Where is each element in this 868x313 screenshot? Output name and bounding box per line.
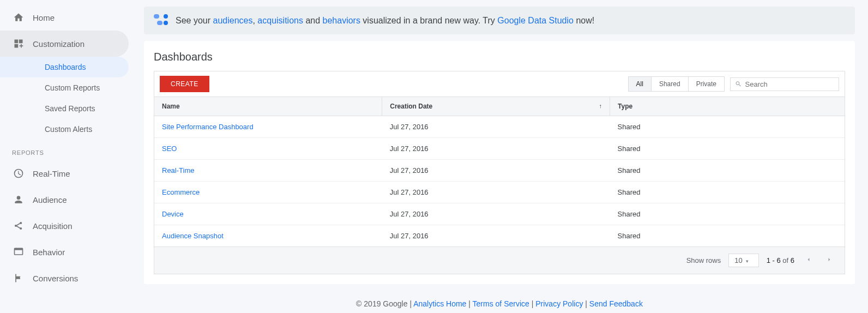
sidebar: Home Customization Dashboards Custom Rep… [0, 0, 131, 313]
behavior-icon [12, 245, 25, 258]
dashboards-table: Name Creation Date↑ Type Site Performanc… [154, 97, 845, 246]
person-icon [12, 193, 25, 206]
search-box[interactable] [730, 77, 839, 91]
svg-rect-8 [154, 14, 159, 19]
cell-date: Jul 27, 2016 [382, 160, 610, 182]
nav-acquisition[interactable]: Acquisition [0, 213, 131, 239]
nav-customization[interactable]: Customization [0, 31, 129, 57]
filter-shared[interactable]: Shared [652, 77, 689, 91]
nav-home[interactable]: Home [0, 4, 131, 31]
subnav-dashboards[interactable]: Dashboards [0, 57, 129, 77]
main-content: See your audiences, acquisitions and beh… [131, 0, 868, 313]
rows-per-page-select[interactable]: 10 [728, 254, 758, 267]
reports-header: REPORTS [0, 140, 131, 160]
pager: Show rows 10 1 - 6 of 6 [154, 246, 845, 274]
gds-link[interactable]: Google Data Studio [497, 16, 574, 25]
cell-date: Jul 27, 2016 [382, 203, 610, 225]
cell-type: Shared [610, 182, 845, 203]
nav-label: Conversions [33, 274, 78, 283]
acquisitions-link[interactable]: acquisitions [257, 16, 303, 25]
col-name[interactable]: Name [154, 97, 382, 116]
filter-group: All Shared Private [628, 76, 725, 92]
behaviors-link[interactable]: behaviors [323, 16, 360, 25]
nav-behavior[interactable]: Behavior [0, 239, 131, 265]
dashboard-link[interactable]: Site Performance Dashboard [162, 123, 254, 131]
svg-rect-2 [15, 44, 19, 48]
search-input[interactable] [745, 80, 834, 88]
dashboard-link[interactable]: Audience Snapshot [162, 232, 224, 240]
page-title: Dashboards [154, 51, 845, 63]
dashboard-link[interactable]: Device [162, 210, 184, 218]
table-row: Real-TimeJul 27, 2016Shared [154, 160, 845, 182]
cell-type: Shared [610, 203, 845, 225]
share-icon [12, 219, 25, 232]
cell-date: Jul 27, 2016 [382, 182, 610, 203]
feedback-link[interactable]: Send Feedback [589, 299, 643, 308]
data-studio-icon [154, 14, 168, 27]
pager-range: 1 - 6 of 6 [767, 256, 794, 264]
privacy-link[interactable]: Privacy Policy [535, 299, 583, 308]
table-row: SEOJul 27, 2016Shared [154, 138, 845, 160]
table-row: DeviceJul 27, 2016Shared [154, 203, 845, 225]
dashboards-table-wrap: CREATE All Shared Private N [154, 71, 845, 274]
nav-label: Customization [33, 39, 85, 49]
svg-rect-10 [157, 21, 162, 25]
subnav-custom-alerts[interactable]: Custom Alerts [0, 119, 131, 140]
table-row: Audience SnapshotJul 27, 2016Shared [154, 225, 845, 247]
nav-conversions[interactable]: Conversions [0, 265, 131, 291]
search-icon [735, 80, 742, 88]
svg-rect-1 [19, 40, 23, 44]
banner-text: See your audiences, acquisitions and beh… [176, 16, 594, 26]
nav-label: Audience [33, 195, 67, 204]
subnav-custom-reports[interactable]: Custom Reports [0, 77, 131, 98]
svg-point-11 [164, 21, 168, 25]
dashboard-icon [12, 37, 25, 50]
flag-icon [12, 272, 25, 285]
nav-realtime[interactable]: Real-Time [0, 160, 131, 186]
col-creation-date[interactable]: Creation Date↑ [382, 97, 610, 116]
subnav-saved-reports[interactable]: Saved Reports [0, 98, 131, 119]
dashboard-link[interactable]: Ecommerce [162, 188, 200, 196]
dashboard-link[interactable]: SEO [162, 145, 177, 153]
create-button[interactable]: CREATE [160, 76, 209, 92]
dashboards-panel: Dashboards CREATE All Shared Private [144, 41, 855, 284]
col-type[interactable]: Type [610, 97, 845, 116]
filter-private[interactable]: Private [689, 77, 724, 91]
nav-label: Behavior [33, 248, 65, 257]
footer: © 2019 Google | Analytics Home | Terms o… [144, 284, 855, 313]
svg-point-9 [164, 14, 168, 19]
filter-all[interactable]: All [629, 77, 652, 91]
cell-type: Shared [610, 160, 845, 182]
tos-link[interactable]: Terms of Service [473, 299, 529, 308]
nav-label: Home [33, 13, 55, 22]
nav-audience[interactable]: Audience [0, 186, 131, 213]
cell-type: Shared [610, 116, 845, 138]
prev-page-button[interactable] [802, 254, 815, 267]
clock-icon [12, 167, 25, 180]
data-studio-banner: See your audiences, acquisitions and beh… [144, 7, 855, 34]
nav-label: Real-Time [33, 169, 70, 178]
cell-date: Jul 27, 2016 [382, 225, 610, 247]
cell-type: Shared [610, 225, 845, 247]
cell-date: Jul 27, 2016 [382, 138, 610, 160]
table-row: Site Performance DashboardJul 27, 2016Sh… [154, 116, 845, 138]
dashboard-link[interactable]: Real-Time [162, 166, 194, 174]
home-icon [12, 11, 25, 24]
nav-label: Acquisition [33, 221, 73, 231]
svg-rect-0 [15, 40, 19, 44]
analytics-home-link[interactable]: Analytics Home [413, 299, 466, 308]
cell-type: Shared [610, 138, 845, 160]
sort-asc-icon: ↑ [599, 103, 602, 109]
svg-rect-7 [15, 248, 23, 250]
cell-date: Jul 27, 2016 [382, 116, 610, 138]
table-row: EcommerceJul 27, 2016Shared [154, 182, 845, 203]
toolbar: CREATE All Shared Private [154, 71, 845, 97]
audiences-link[interactable]: audiences [213, 16, 252, 25]
next-page-button[interactable] [823, 254, 836, 267]
show-rows-label: Show rows [686, 256, 721, 264]
customization-subnav: Dashboards Custom Reports Saved Reports … [0, 57, 131, 140]
